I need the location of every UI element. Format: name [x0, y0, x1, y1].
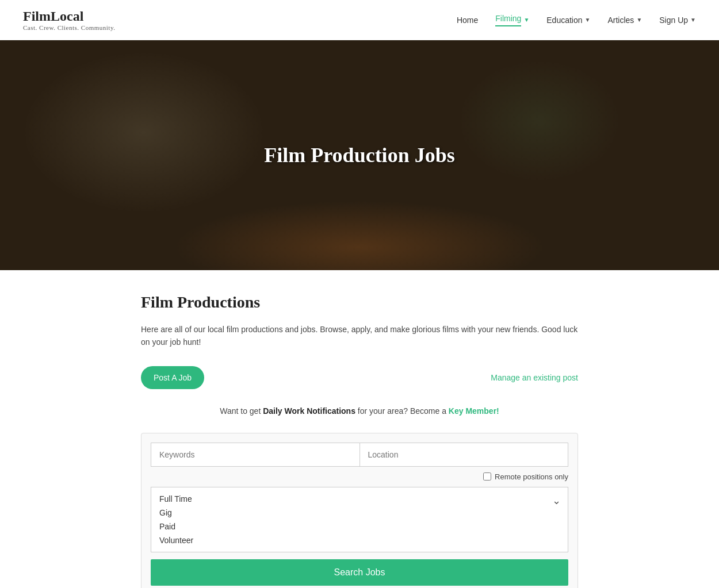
post-job-button[interactable]: Post A Job: [141, 366, 204, 389]
signup-dropdown-arrow: ▼: [690, 17, 696, 23]
keywords-input[interactable]: [151, 443, 360, 467]
nav-item-education[interactable]: Education ▼: [546, 16, 590, 25]
nav-item-home[interactable]: Home: [457, 15, 478, 25]
dropdown-options-list: Full Time Gig Paid Volunteer: [151, 487, 568, 552]
remote-label: Remote positions only: [495, 472, 568, 481]
section-description: Here are all of our local film productio…: [141, 323, 578, 349]
section-title: Film Productions: [141, 293, 578, 312]
remote-row: Remote positions only: [151, 472, 568, 481]
notification-post: for your area? Become a: [355, 406, 449, 416]
nav-link-filming[interactable]: Filming: [495, 14, 521, 26]
search-form: Remote positions only ⌄ Full Time Gig Pa…: [141, 433, 578, 588]
option-fulltime[interactable]: Full Time: [159, 493, 560, 505]
education-dropdown-arrow: ▼: [585, 17, 591, 23]
manage-post-link[interactable]: Manage an existing post: [491, 373, 578, 382]
main-content: Film Productions Here are all of our loc…: [129, 270, 590, 588]
hero-section: Film Production Jobs: [0, 40, 719, 270]
notification-bold: Daily Work Notifications: [263, 406, 355, 416]
search-jobs-button[interactable]: Search Jobs: [151, 559, 568, 586]
option-volunteer[interactable]: Volunteer: [159, 535, 560, 546]
articles-dropdown-arrow: ▼: [636, 17, 642, 23]
nav-links: Home Filming ▼ Education ▼ Articles ▼ Si…: [457, 14, 696, 26]
nav-item-articles[interactable]: Articles ▼: [607, 16, 642, 25]
nav-link-home[interactable]: Home: [457, 16, 478, 25]
option-paid[interactable]: Paid: [159, 521, 560, 532]
location-input[interactable]: [360, 443, 569, 467]
nav-link-articles[interactable]: Articles: [607, 16, 634, 25]
notification-text: Want to get Daily Work Notifications for…: [141, 406, 578, 416]
nav-link-education[interactable]: Education: [546, 16, 582, 25]
nav-item-signup[interactable]: Sign Up ▼: [659, 16, 696, 25]
actions-row: Post A Job Manage an existing post: [141, 366, 578, 389]
nav-link-signup[interactable]: Sign Up: [659, 16, 688, 25]
nav-item-filming[interactable]: Filming ▼: [495, 14, 529, 26]
notification-pre: Want to get: [220, 406, 263, 416]
navbar: FilmLocal Cast. Crew. Clients. Community…: [0, 0, 719, 40]
filming-dropdown-arrow: ▼: [523, 17, 529, 23]
logo-title: FilmLocal: [23, 9, 115, 24]
hero-title: Film Production Jobs: [264, 143, 454, 167]
search-inputs-row: [151, 443, 568, 467]
remote-checkbox[interactable]: [483, 472, 491, 481]
logo[interactable]: FilmLocal Cast. Crew. Clients. Community…: [23, 9, 115, 31]
job-type-dropdown[interactable]: ⌄ Full Time Gig Paid Volunteer: [151, 487, 568, 552]
key-member-link[interactable]: Key Member!: [449, 406, 499, 416]
option-gig[interactable]: Gig: [159, 507, 560, 518]
logo-subtitle: Cast. Crew. Clients. Community.: [23, 24, 115, 31]
